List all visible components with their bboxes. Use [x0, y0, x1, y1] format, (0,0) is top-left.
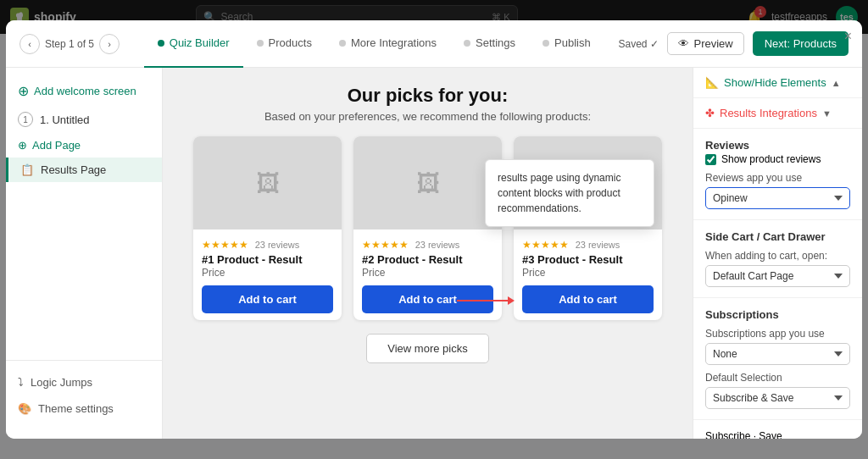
step-next-button[interactable]: › — [99, 34, 120, 35]
tab-products[interactable]: Products — [243, 20, 326, 34]
modal: × ‹ Step 1 of 5 › Quiz Builder Products — [6, 20, 862, 34]
tab-publish[interactable]: Publish — [529, 20, 604, 34]
step-prev-button[interactable]: ‹ — [19, 34, 40, 35]
modal-overlay: × ‹ Step 1 of 5 › Quiz Builder Products — [0, 0, 868, 34]
next-products-button[interactable]: Next: Products — [753, 31, 849, 34]
tab-more-integrations[interactable]: More Integrations — [326, 20, 450, 34]
preview-button[interactable]: 👁 Preview — [667, 32, 743, 34]
modal-header: ‹ Step 1 of 5 › Quiz Builder Products Mo… — [6, 20, 862, 34]
tabs-container: Quiz Builder Products More Integrations … — [140, 20, 608, 34]
tab-settings[interactable]: Settings — [450, 20, 529, 34]
modal-close-button[interactable]: × — [844, 29, 852, 34]
step-nav: ‹ Step 1 of 5 › — [19, 34, 120, 35]
tab-quiz-builder[interactable]: Quiz Builder — [144, 20, 243, 34]
